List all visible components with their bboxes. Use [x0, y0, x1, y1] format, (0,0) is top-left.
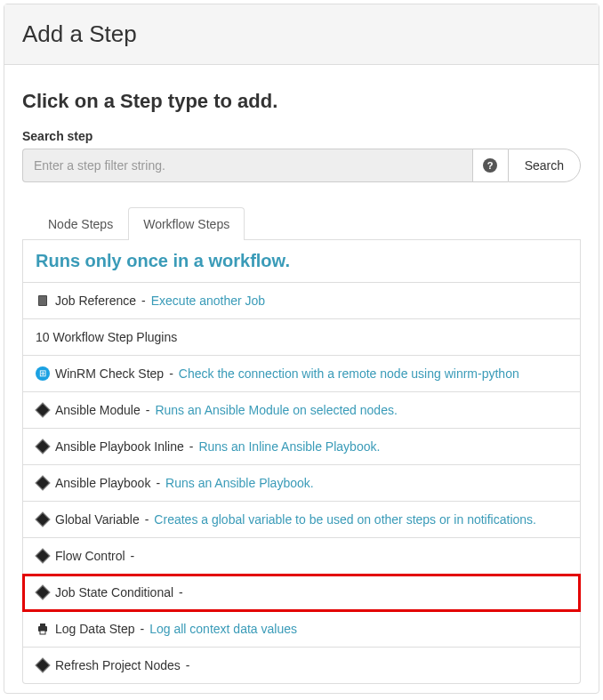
- panel-body: Click on a Step type to add. Search step…: [4, 65, 599, 693]
- step-name: Ansible Playbook Inline: [55, 439, 184, 454]
- tab-node-steps[interactable]: Node Steps: [33, 207, 128, 240]
- step-name: Flow Control: [55, 549, 125, 563]
- tab-workflow-steps[interactable]: Workflow Steps: [128, 207, 245, 240]
- search-help-button[interactable]: ?: [472, 149, 508, 182]
- search-row: ? Search: [22, 149, 581, 182]
- step-global-variable[interactable]: Global Variable - Creates a global varia…: [23, 502, 580, 538]
- step-desc: Log all context data values: [149, 622, 297, 636]
- step-name: Ansible Module: [55, 403, 141, 417]
- step-job-reference[interactable]: Job Reference - Execute another Job: [23, 283, 580, 319]
- step-desc: Check the connection with a remote node …: [179, 366, 519, 381]
- winrm-icon: ⊞: [36, 366, 50, 381]
- step-refresh-project-nodes[interactable]: Refresh Project Nodes -: [23, 648, 580, 683]
- panel-header: Add a Step: [4, 4, 599, 65]
- plugin-count-label: 10 Workflow Step Plugins: [36, 330, 177, 344]
- tabs: Node Steps Workflow Steps: [22, 207, 581, 240]
- step-name: Job Reference: [55, 294, 136, 308]
- step-name: Refresh Project Nodes: [55, 658, 181, 672]
- diamond-icon: [36, 439, 50, 454]
- step-ansible-playbook-inline[interactable]: Ansible Playbook Inline - Runs an Inline…: [23, 429, 580, 465]
- step-desc: Runs an Ansible Module on selected nodes…: [155, 403, 397, 417]
- list-header: Runs only once in a workflow.: [23, 240, 580, 283]
- book-icon: [36, 294, 50, 308]
- step-name: Global Variable: [55, 512, 140, 527]
- step-desc: Creates a global variable to be used on …: [154, 512, 536, 527]
- step-job-state-conditional[interactable]: Job State Conditional -: [23, 575, 580, 611]
- step-ansible-playbook[interactable]: Ansible Playbook - Runs an Ansible Playb…: [23, 465, 580, 502]
- step-desc: Runs an Ansible Playbook.: [165, 476, 314, 490]
- print-icon: [36, 622, 50, 636]
- svg-rect-4: [40, 631, 45, 634]
- step-desc: Runs an Inline Ansible Playbook.: [198, 439, 380, 454]
- help-icon: ?: [483, 158, 497, 173]
- diamond-icon: [36, 512, 50, 527]
- svg-rect-3: [40, 624, 45, 627]
- step-winrm-check[interactable]: ⊞ WinRM Check Step - Check the connectio…: [23, 356, 580, 392]
- diamond-icon: [36, 658, 50, 672]
- diamond-icon: [36, 585, 50, 599]
- step-desc: Execute another Job: [151, 294, 265, 308]
- diamond-icon: [36, 403, 50, 417]
- step-ansible-module[interactable]: Ansible Module - Runs an Ansible Module …: [23, 392, 580, 429]
- step-log-data[interactable]: Log Data Step - Log all context data val…: [23, 611, 580, 648]
- step-name: Job State Conditional: [55, 585, 173, 599]
- search-input[interactable]: [22, 149, 472, 182]
- diamond-icon: [36, 476, 50, 490]
- step-flow-control[interactable]: Flow Control -: [23, 538, 580, 575]
- add-step-panel: Add a Step Click on a Step type to add. …: [4, 4, 599, 694]
- step-list: Runs only once in a workflow. Job Refere…: [22, 240, 581, 684]
- step-name: WinRM Check Step: [55, 366, 164, 381]
- diamond-icon: [36, 549, 50, 563]
- step-name: Ansible Playbook: [55, 476, 150, 490]
- search-label: Search step: [22, 129, 581, 143]
- plugin-count: 10 Workflow Step Plugins: [23, 319, 580, 356]
- search-button[interactable]: Search: [508, 149, 581, 182]
- panel-title: Add a Step: [22, 20, 581, 48]
- svg-rect-1: [39, 296, 46, 305]
- subtitle: Click on a Step type to add.: [22, 90, 581, 113]
- step-name: Log Data Step: [55, 622, 135, 636]
